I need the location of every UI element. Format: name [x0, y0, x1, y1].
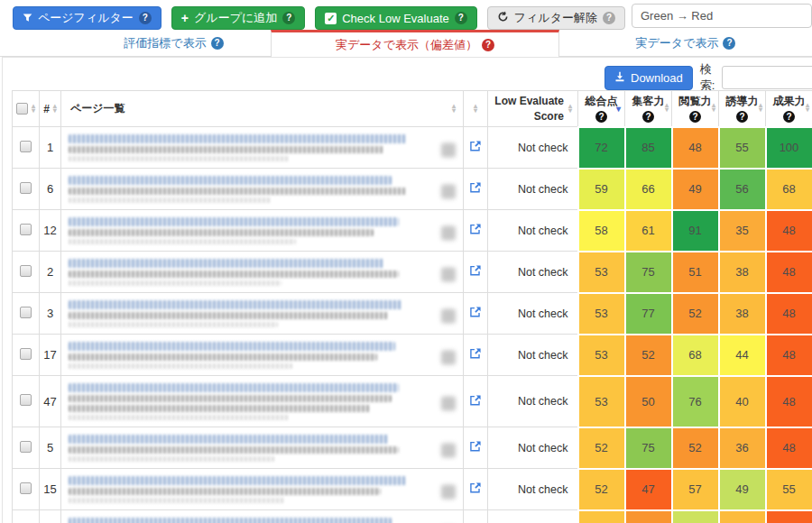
- score-cell: 48: [766, 293, 812, 335]
- header-score-results[interactable]: 成果力 ? ▴▾: [766, 91, 812, 127]
- add-group-button[interactable]: + グループに追加 ?: [171, 6, 305, 30]
- page-cell: [61, 510, 464, 523]
- tab-label: 評価指標で表示: [124, 35, 206, 51]
- row-checkbox[interactable]: [20, 441, 32, 453]
- external-link-cell: [464, 252, 488, 293]
- page-link-redacted[interactable]: [69, 476, 436, 503]
- score-cell: 76: [672, 376, 719, 427]
- external-link-icon[interactable]: [469, 483, 482, 497]
- page-link-redacted[interactable]: [69, 435, 436, 462]
- score-cell: 57: [672, 469, 719, 510]
- help-icon[interactable]: ?: [783, 111, 795, 123]
- tab-real-data[interactable]: 実データで表示 ?: [559, 30, 812, 57]
- external-link-icon[interactable]: [469, 307, 482, 321]
- help-icon[interactable]: ?: [736, 111, 748, 123]
- row-checkbox[interactable]: [20, 141, 32, 152]
- page-cell: [61, 293, 464, 335]
- score-cell: 68: [766, 169, 812, 210]
- score-cell: 53: [578, 293, 625, 335]
- select-all-checkbox[interactable]: [16, 103, 28, 115]
- row-checkbox[interactable]: [20, 482, 32, 494]
- blurred-text-line: [69, 312, 388, 319]
- page-link-redacted[interactable]: [69, 217, 436, 244]
- header-score-attraction[interactable]: 集客力 ? ▴▾: [625, 91, 672, 127]
- row-number: 3: [40, 293, 61, 335]
- external-link-icon[interactable]: [469, 225, 482, 238]
- header-score-label: 総合点: [586, 94, 618, 109]
- row-checkbox[interactable]: [20, 224, 32, 235]
- page-link-redacted[interactable]: [69, 259, 436, 286]
- score-cell: 47: [625, 469, 672, 510]
- table-row: 2Not check5375513848: [13, 252, 812, 293]
- page-link-redacted[interactable]: [69, 300, 436, 327]
- blurred-text-line: [69, 271, 399, 278]
- help-icon[interactable]: ?: [689, 111, 701, 123]
- external-link-icon[interactable]: [469, 142, 482, 155]
- color-scale-select[interactable]: Green → Red: [632, 4, 812, 28]
- help-icon[interactable]: ?: [455, 12, 467, 24]
- sort-arrows-icon: ▴▾: [568, 105, 572, 114]
- header-select-all[interactable]: ▴▾: [13, 91, 40, 127]
- tab-metrics-view[interactable]: 評価指標で表示 ?: [77, 30, 271, 57]
- help-icon[interactable]: ?: [211, 37, 224, 50]
- row-checkbox[interactable]: [20, 307, 32, 318]
- table-body: 1Not check728548551006Not check596649566…: [13, 127, 812, 523]
- external-link-icon[interactable]: [469, 266, 482, 280]
- header-page-list[interactable]: ページ一覧 ▴▾: [61, 91, 464, 127]
- help-icon[interactable]: ?: [482, 39, 494, 51]
- header-score-browsing[interactable]: 閲覧力 ? ▴▾: [672, 91, 719, 127]
- score-cell: 53: [578, 252, 625, 293]
- header-low-evaluate-score[interactable]: Low Evaluate Score ▴▾: [488, 91, 578, 127]
- search-input[interactable]: [722, 66, 812, 89]
- page-filter-button[interactable]: ページフィルター ?: [13, 6, 161, 30]
- blurred-text-line: [69, 518, 392, 523]
- help-icon[interactable]: ?: [139, 12, 152, 24]
- toolbar: ページフィルター ? + グループに追加 ? ✓ Check Low Evalu…: [13, 6, 625, 30]
- header-score-total[interactable]: 総合点 ? ▾: [578, 91, 625, 127]
- row-number: 1: [40, 127, 61, 169]
- check-low-evaluate-button[interactable]: ✓ Check Low Evaluate ?: [315, 6, 477, 30]
- external-link-icon[interactable]: [469, 349, 482, 362]
- blurred-text-line: [69, 476, 406, 485]
- score-cell: 85: [625, 127, 672, 169]
- page-link-redacted[interactable]: [69, 134, 436, 161]
- header-number[interactable]: # ▴▾: [40, 91, 61, 127]
- page-link-redacted[interactable]: [69, 383, 436, 420]
- sort-arrows-icon: ▴▾: [474, 105, 477, 114]
- download-button[interactable]: Download: [604, 66, 693, 90]
- row-checkbox-cell: [13, 510, 40, 523]
- help-icon[interactable]: ?: [595, 111, 607, 123]
- table-header-row: ▴▾ # ▴▾ ページ一覧 ▴▾ ▴▾: [13, 91, 812, 127]
- score-cell: 48: [766, 376, 812, 427]
- blurred-text-line: [69, 239, 296, 244]
- plus-icon: +: [181, 12, 189, 24]
- row-checkbox[interactable]: [20, 265, 32, 277]
- external-link-icon[interactable]: [469, 396, 482, 409]
- header-score-guidance[interactable]: 誘導力 ? ▴▾: [719, 91, 766, 127]
- help-icon[interactable]: ?: [282, 12, 295, 24]
- score-cell: 66: [625, 169, 672, 210]
- header-external-link[interactable]: ▴▾: [464, 91, 488, 127]
- row-checkbox[interactable]: [20, 394, 32, 406]
- external-link-icon[interactable]: [469, 442, 482, 455]
- table-row: 17Not check5352684448: [13, 335, 812, 376]
- tab-real-data-deviation[interactable]: 実データで表示（偏差値） ?: [271, 30, 559, 58]
- page-link-redacted[interactable]: [69, 176, 436, 203]
- score-cell: 75: [625, 427, 672, 469]
- low-evaluate-status: Not check: [488, 427, 578, 469]
- score-cell: 61: [625, 210, 672, 252]
- clear-filter-button[interactable]: フィルター解除 ?: [487, 6, 625, 30]
- blurred-text-line: [69, 280, 281, 286]
- row-checkbox[interactable]: [20, 348, 32, 360]
- help-icon[interactable]: ?: [642, 111, 654, 123]
- row-checkbox[interactable]: [20, 182, 32, 194]
- page-link-redacted[interactable]: [69, 342, 436, 369]
- page-thumbnail-blurred: [441, 225, 456, 240]
- score-cell: 48: [766, 210, 812, 252]
- external-link-icon[interactable]: [469, 183, 482, 197]
- external-link-cell: [464, 376, 488, 427]
- page-link-redacted[interactable]: [69, 518, 436, 523]
- score-cell: 50: [625, 376, 672, 427]
- help-icon[interactable]: ?: [723, 37, 735, 50]
- help-icon[interactable]: ?: [603, 12, 615, 24]
